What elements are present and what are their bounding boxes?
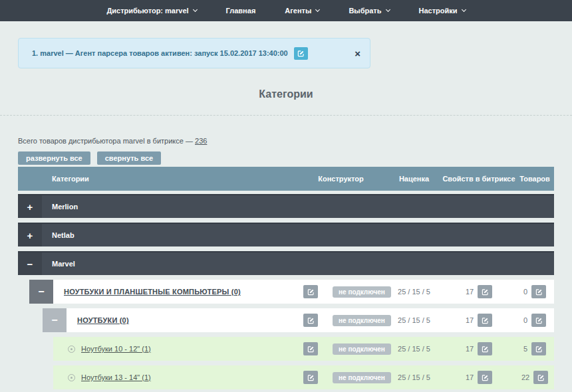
edit-icon [482,317,489,324]
collapse-toggle-button[interactable]: − [43,308,67,332]
props-edit-button[interactable] [478,371,492,384]
group-name: Netlab [52,231,74,239]
category-name-cell: − НОУТБУКИ И ПЛАНШЕТНЫЕ КОМПЬЮТЕРЫ (0) [29,280,296,304]
markup-value: 25 / 15 / 5 [386,316,442,324]
nav-home[interactable]: Главная [226,7,256,15]
category-link[interactable]: Ноутбуки 10 - 12" (1) [81,345,151,353]
top-navbar: Дистрибьютор: marvel Главная Агенты Выбр… [0,0,572,21]
tree-actions: развернуть все свернуть все [18,151,554,165]
expand-toggle-button[interactable]: + [18,224,42,246]
nav-select[interactable]: Выбрать [349,7,389,15]
edit-icon [535,345,543,353]
status-badge: не подключен [333,372,391,383]
table-header: Категории Конструктор Наценка Свойств в … [18,167,554,191]
collapse-toggle-button[interactable]: − [29,280,53,304]
nav-distributor[interactable]: Дистрибьютор: marvel [106,7,196,15]
edit-icon [535,317,543,324]
props-edit-button[interactable] [478,285,492,298]
summary-count: 236 [195,137,207,145]
props-cell: 17 [442,308,515,332]
agent-status-alert: 1. marvel — Агент парсера товаров активе… [18,38,370,68]
group-name-cell: + Netlab [18,224,296,246]
category-link[interactable]: НОУТБУКИ И ПЛАНШЕТНЫЕ КОМПЬЮТЕРЫ (0) [64,288,241,296]
products-edit-button[interactable] [533,371,548,384]
close-icon[interactable]: × [355,49,360,58]
status-badge: не подключен [333,315,391,326]
constructor-edit-button[interactable] [303,314,318,327]
products-cell: 22 [515,365,554,389]
props-cell: 17 [442,337,515,361]
collapse-toggle-button[interactable]: − [18,252,42,275]
group-row-marvel: − Marvel [18,251,554,275]
constructor-edit-button[interactable] [303,371,318,384]
category-link[interactable]: Ноутбуки 13 - 14" (1) [81,373,151,381]
products-edit-button[interactable] [531,285,546,298]
expand-all-button[interactable]: развернуть все [18,151,90,165]
products-edit-button[interactable] [531,314,546,327]
props-count: 17 [466,316,474,324]
edit-icon [297,50,305,57]
agent-edit-button[interactable] [294,47,308,60]
category-row-laptops-and-tablets: − НОУТБУКИ И ПЛАНШЕТНЫЕ КОМПЬЮТЕРЫ (0) н… [29,280,554,304]
nav-home-label: Главная [226,7,256,15]
markup-value: 25 / 15 / 5 [386,345,442,353]
edit-icon [535,288,543,296]
page-title: Категории [18,88,554,100]
props-count: 17 [466,288,474,296]
header-products: Товаров [515,175,554,183]
props-count: 17 [466,345,474,353]
constructor-cell: не подключен [296,337,386,361]
agent-status-text: 1. marvel — Агент парсера товаров активе… [32,49,288,57]
category-link[interactable]: НОУТБУКИ (0) [77,316,129,324]
edit-icon [482,345,489,353]
products-edit-button[interactable] [531,342,546,355]
header-constructor: Конструктор [296,175,386,183]
products-count: 5 [523,345,527,353]
page-content: 1. marvel — Агент парсера товаров активе… [0,38,572,389]
group-name: Merlion [52,203,78,211]
markup-value: 25 / 15 / 5 [386,288,442,296]
edit-icon [482,374,489,381]
nav-settings-label: Настройки [419,7,458,15]
category-row-laptops-13-14: Ноутбуки 13 - 14" (1) не подключен 25 / … [53,365,554,389]
header-props: Свойств в битриксе [442,175,515,183]
constructor-edit-button[interactable] [303,285,318,298]
edit-icon [537,374,545,381]
category-name-cell: − НОУТБУКИ (0) [43,308,296,332]
group-name-cell: + Merlion [18,195,296,218]
nav-agents-label: Агенты [285,7,311,15]
group-row-merlion: + Merlion [18,194,554,218]
props-cell: 17 [442,365,515,389]
constructor-cell: не подключен [296,308,386,332]
nav-distributor-label: Дистрибьютор: marvel [106,7,188,15]
constructor-edit-button[interactable] [303,342,318,355]
radio-circle-dot [71,348,72,350]
products-count: 0 [523,288,527,296]
status-badge: не подключен [333,343,391,355]
radio-circle-icon [68,374,75,381]
props-count: 17 [466,373,474,381]
category-row-laptops: − НОУТБУКИ (0) не подключен 25 / 15 / 5 … [43,308,554,332]
nav-settings[interactable]: Настройки [419,7,466,15]
chevron-down-icon [315,7,320,12]
total-products-summary: Всего товаров дистрибьютора marvel в бит… [18,137,554,145]
group-name: Marvel [52,260,75,268]
constructor-cell: не подключен [296,280,386,304]
group-row-netlab: + Netlab [18,223,554,246]
header-categories: Категории [18,175,296,183]
radio-circle-icon [68,345,75,353]
edit-icon [482,288,489,296]
nav-agents[interactable]: Агенты [285,7,319,15]
chevron-down-icon [462,7,466,12]
edit-icon [307,288,315,296]
category-row-laptops-10-12: Ноутбуки 10 - 12" (1) не подключен 25 / … [53,337,554,361]
radio-circle-dot [71,377,72,379]
expand-toggle-button[interactable]: + [18,195,42,218]
header-markup: Наценка [386,175,442,183]
status-badge: не подключен [333,286,391,298]
dashed-divider [0,115,572,116]
nav-select-label: Выбрать [349,7,381,15]
props-edit-button[interactable] [478,342,492,355]
props-edit-button[interactable] [478,314,492,327]
collapse-all-button[interactable]: свернуть все [97,151,161,165]
